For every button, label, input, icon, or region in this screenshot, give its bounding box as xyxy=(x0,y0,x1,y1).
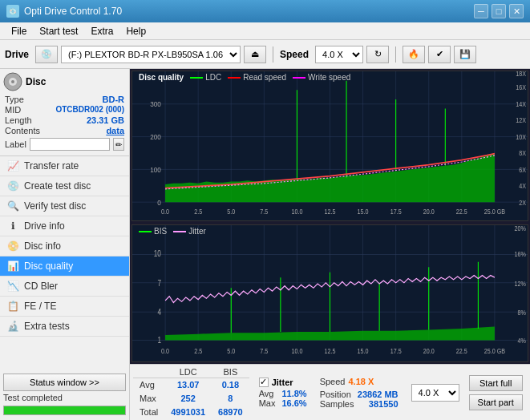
close-button[interactable]: ✕ xyxy=(509,4,524,18)
svg-text:8X: 8X xyxy=(519,149,526,157)
svg-text:7.5: 7.5 xyxy=(260,208,268,216)
nav-extra-tests[interactable]: 🔬 Extra tests xyxy=(0,317,129,337)
drive-icon-btn[interactable]: 💿 xyxy=(35,46,58,63)
burn-button[interactable]: 🔥 xyxy=(403,46,425,63)
nav-transfer-rate-label: Transfer rate xyxy=(24,160,79,172)
svg-text:12%: 12% xyxy=(515,280,526,288)
disc-header-label: Disc xyxy=(26,76,46,87)
svg-text:10.0: 10.0 xyxy=(291,208,302,216)
bottom-chart: BIS Jitter xyxy=(131,224,528,362)
menu-file[interactable]: File xyxy=(5,24,33,38)
label-label: Label xyxy=(5,139,26,149)
bis-legend-label: BIS xyxy=(154,227,167,236)
svg-text:22.5: 22.5 xyxy=(456,348,467,356)
svg-text:8%: 8% xyxy=(518,309,526,317)
speed-select[interactable]: 4.0 X xyxy=(315,46,363,63)
samples-val: 381550 xyxy=(369,399,399,409)
nav-create-test-disc[interactable]: 💿 Create test disc xyxy=(0,176,129,196)
drive-select[interactable]: (F:) PLEXTOR BD-R PX-LB950SA 1.06 xyxy=(61,46,241,63)
ldc-legend-label: LDC xyxy=(205,73,221,82)
svg-text:10: 10 xyxy=(154,249,161,259)
nav-disc-quality-label: Disc quality xyxy=(24,260,73,272)
svg-text:22.5: 22.5 xyxy=(456,208,467,216)
avg-jitter-row: Avg 11.8% xyxy=(259,389,307,398)
nav-verify-test-disc[interactable]: 🔍 Verify test disc xyxy=(0,196,129,216)
svg-text:7.5: 7.5 xyxy=(260,348,268,356)
separator2 xyxy=(395,46,396,63)
svg-text:0.0: 0.0 xyxy=(161,348,169,356)
menu-help[interactable]: Help xyxy=(119,24,152,38)
verify-test-disc-icon: 🔍 xyxy=(6,200,19,212)
svg-text:2X: 2X xyxy=(519,199,526,207)
col-empty xyxy=(133,366,164,378)
svg-text:0.0: 0.0 xyxy=(161,208,169,216)
disc-icon xyxy=(3,72,22,91)
disc-info-icon: 📀 xyxy=(6,240,19,252)
col-ldc: LDC xyxy=(164,366,212,378)
speed-label: Speed xyxy=(280,49,309,60)
disc-mid-row: MID OTCBDR002 (000) xyxy=(3,105,126,115)
svg-text:7: 7 xyxy=(157,278,161,288)
start-full-button[interactable]: Start full xyxy=(469,375,523,391)
drive-label: Drive xyxy=(5,49,29,60)
sidebar: Disc Type BD-R MID OTCBDR002 (000) Lengt… xyxy=(0,69,130,420)
nav-drive-info[interactable]: ℹ Drive info xyxy=(0,216,129,236)
verify-button[interactable]: ✔ xyxy=(428,46,451,63)
svg-text:10.0: 10.0 xyxy=(291,348,302,356)
bottom-chart-svg: 1 4 7 10 4% 8% 12% 16% 20% 0.0 2.5 5.0 7… xyxy=(132,225,528,361)
nav-cd-bler-label: CD Bler xyxy=(24,281,58,292)
nav-drive-info-label: Drive info xyxy=(24,220,65,232)
fe-te-icon: 📋 xyxy=(6,300,19,313)
jitter-checkbox[interactable]: ✓ xyxy=(259,378,269,387)
avg-speed-val: 4.18 X xyxy=(348,377,374,386)
jitter-label: Jitter xyxy=(272,378,293,387)
menu-extra[interactable]: Extra xyxy=(84,24,119,38)
nav-disc-info[interactable]: 📀 Disc info xyxy=(0,236,129,256)
stats-bar: LDC BIS Avg 13.07 0.18 Max 252 8 xyxy=(130,364,530,420)
title-bar: 💿 Opti Drive Control 1.70 ─ □ ✕ xyxy=(0,0,530,22)
eject-button[interactable]: ⏏ xyxy=(244,46,266,63)
max-jitter-val: 16.6% xyxy=(281,398,306,408)
save-button[interactable]: 💾 xyxy=(454,46,476,63)
svg-text:200: 200 xyxy=(150,133,161,142)
nav-create-test-disc-label: Create test disc xyxy=(24,180,91,192)
total-label: Total xyxy=(133,405,164,418)
disc-label-row: Label ✏ xyxy=(3,136,126,152)
label-edit-button[interactable]: ✏ xyxy=(113,138,124,151)
svg-text:17.5: 17.5 xyxy=(390,208,402,216)
svg-text:300: 300 xyxy=(150,100,161,109)
stats-table: LDC BIS Avg 13.07 0.18 Max 252 8 xyxy=(133,366,249,418)
speed-row: Speed 4.18 X xyxy=(320,377,399,386)
refresh-button[interactable]: ↻ xyxy=(366,46,389,63)
svg-text:4X: 4X xyxy=(519,182,526,190)
minimize-button[interactable]: ─ xyxy=(474,4,488,18)
transfer-rate-icon: 📈 xyxy=(6,160,19,172)
nav-cd-bler[interactable]: 📉 CD Bler xyxy=(0,277,129,297)
svg-text:12.5: 12.5 xyxy=(325,348,336,356)
sidebar-progress-bar xyxy=(3,406,126,415)
nav-fe-te[interactable]: 📋 FE / TE xyxy=(0,297,129,317)
svg-text:25.0 GB: 25.0 GB xyxy=(484,348,506,356)
app-title: Opti Drive Control 1.70 xyxy=(24,6,122,17)
avg-label: Avg xyxy=(133,378,164,392)
svg-text:20.0: 20.0 xyxy=(423,208,435,216)
label-input[interactable] xyxy=(30,138,110,151)
position-label: Position xyxy=(320,390,351,399)
start-part-button[interactable]: Start part xyxy=(469,394,523,410)
test-speed-select[interactable]: 4.0 X xyxy=(411,384,459,402)
nav-transfer-rate[interactable]: 📈 Transfer rate xyxy=(0,156,129,176)
contents-value[interactable]: data xyxy=(106,126,124,135)
contents-label: Contents xyxy=(5,126,40,135)
disc-panel: Disc Type BD-R MID OTCBDR002 (000) Lengt… xyxy=(0,69,129,156)
jitter-section: ✓ Jitter xyxy=(259,378,307,387)
svg-point-2 xyxy=(11,80,14,83)
disc-contents-row: Contents data xyxy=(3,126,126,135)
write-speed-legend-label: Write speed xyxy=(308,73,350,82)
nav-disc-quality[interactable]: 📊 Disc quality xyxy=(0,256,129,277)
status-window-button[interactable]: Status window >> xyxy=(3,374,126,391)
maximize-button[interactable]: □ xyxy=(492,4,506,18)
jitter-legend: Jitter xyxy=(173,227,206,236)
bottom-chart-title: BIS Jitter xyxy=(139,227,206,236)
svg-text:16X: 16X xyxy=(516,84,526,92)
menu-start-test[interactable]: Start test xyxy=(33,24,84,38)
